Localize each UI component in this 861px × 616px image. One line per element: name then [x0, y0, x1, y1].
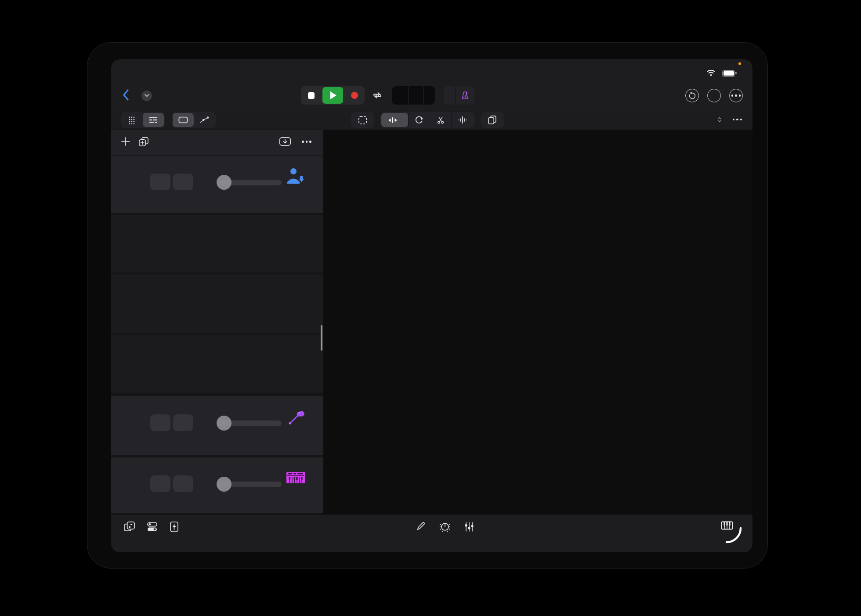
take-lane-header[interactable] — [111, 215, 323, 272]
transport-controls — [301, 86, 474, 105]
record-icon — [351, 92, 358, 99]
volume-knob[interactable] — [217, 416, 232, 431]
key-signature-display[interactable] — [423, 86, 435, 105]
record-button[interactable] — [344, 86, 365, 105]
cycle-icon — [372, 91, 383, 100]
duplicate-icon — [138, 137, 149, 147]
tempo-display[interactable] — [409, 86, 423, 105]
import-icon — [279, 137, 291, 146]
mute-button[interactable] — [150, 414, 170, 431]
track-more-button[interactable] — [302, 141, 311, 143]
region-icon — [178, 116, 188, 123]
battery-icon — [722, 70, 735, 77]
regions-edit-button[interactable] — [173, 113, 194, 127]
undo-icon — [688, 91, 696, 100]
track-header-bass[interactable] — [111, 396, 323, 455]
copy-icon — [488, 115, 497, 125]
knob-icon — [439, 521, 451, 533]
take-lane-header[interactable] — [111, 275, 323, 333]
snap-control[interactable] — [716, 117, 721, 123]
volume-knob[interactable] — [217, 175, 232, 190]
history-undo-button[interactable] — [685, 89, 699, 102]
keyboard-icon — [286, 471, 305, 486]
copy-paste-button[interactable] — [481, 113, 503, 127]
main-toolbar — [111, 81, 752, 110]
stop-button[interactable] — [301, 86, 322, 105]
privacy-indicator-dot — [738, 62, 741, 65]
play-button[interactable] — [322, 87, 343, 104]
track-header-keys[interactable] — [111, 457, 323, 513]
stop-icon — [308, 92, 315, 99]
loop-icon — [415, 116, 423, 124]
solo-button[interactable] — [173, 475, 193, 492]
up-down-chevrons-icon — [718, 117, 721, 123]
automation-button[interactable] — [194, 113, 215, 127]
grid-view-button[interactable] — [122, 113, 143, 127]
app-window — [111, 59, 752, 552]
help-button[interactable] — [707, 89, 721, 102]
toggles-icon — [147, 521, 158, 533]
automation-icon — [199, 116, 209, 124]
split-tool-button[interactable] — [430, 113, 451, 127]
mixer-button[interactable] — [464, 521, 474, 534]
vocalist-icon — [286, 167, 304, 186]
track-list-toolbar — [111, 130, 323, 155]
track-header-vocal[interactable] — [111, 155, 323, 213]
add-track-button[interactable] — [121, 137, 130, 148]
pencil-icon — [416, 521, 426, 532]
mixer-sliders-icon — [464, 521, 474, 533]
back-button[interactable] — [123, 89, 129, 102]
timeline-area[interactable] — [323, 130, 752, 514]
volume-slider[interactable] — [217, 478, 282, 490]
stretch-tool-button[interactable] — [451, 113, 474, 127]
stretch-icon — [458, 116, 467, 124]
trim-tool-button[interactable] — [381, 113, 408, 127]
ellipsis-icon — [731, 94, 741, 97]
trim-icon — [387, 116, 398, 124]
track-controls-button[interactable] — [147, 521, 158, 534]
wifi-icon — [707, 70, 715, 77]
ipad-device — [87, 42, 768, 569]
fader-button[interactable] — [169, 521, 179, 534]
corner-gesture-indicator[interactable] — [725, 527, 742, 544]
loop-tool-button[interactable] — [408, 113, 430, 127]
bass-guitar-icon — [286, 408, 305, 429]
play-icon — [330, 91, 336, 99]
scissors-icon — [436, 116, 445, 124]
volume-slider[interactable] — [217, 417, 282, 429]
plugins-button[interactable] — [439, 521, 451, 534]
mute-button[interactable] — [150, 475, 170, 492]
arrange-area — [111, 130, 752, 514]
cycle-button[interactable] — [372, 91, 383, 100]
desktop-background — [0, 0, 861, 616]
fader-icon — [169, 521, 179, 533]
more-options-button[interactable] — [729, 89, 743, 102]
duplicate-track-button[interactable] — [138, 137, 149, 149]
view-tools-toolbar — [111, 110, 752, 130]
toolbar-more-button[interactable] — [733, 119, 742, 121]
marquee-tool-button[interactable] — [352, 113, 373, 127]
editor-button[interactable] — [416, 521, 426, 534]
status-bar — [111, 59, 752, 81]
metronome-icon — [460, 91, 470, 100]
tracks-view-button[interactable] — [143, 113, 164, 127]
track-headers-panel — [111, 130, 323, 514]
vertical-scrollbar[interactable] — [321, 325, 322, 351]
lcd-display[interactable] — [392, 86, 435, 105]
grid-icon — [128, 116, 137, 124]
import-button[interactable] — [279, 137, 291, 148]
project-menu-button[interactable] — [141, 91, 152, 101]
marquee-icon — [358, 116, 367, 125]
take-lane-header[interactable] — [111, 335, 323, 393]
loop-browser-icon — [123, 521, 135, 533]
volume-slider[interactable] — [217, 177, 282, 188]
bottom-toolbar — [111, 514, 752, 552]
solo-button[interactable] — [173, 174, 193, 190]
loop-browser-button[interactable] — [123, 521, 135, 534]
tracks-view-icon — [149, 116, 158, 123]
volume-knob[interactable] — [217, 477, 232, 492]
solo-button[interactable] — [173, 414, 193, 431]
mute-button[interactable] — [150, 174, 170, 190]
metronome-button[interactable] — [455, 86, 474, 105]
